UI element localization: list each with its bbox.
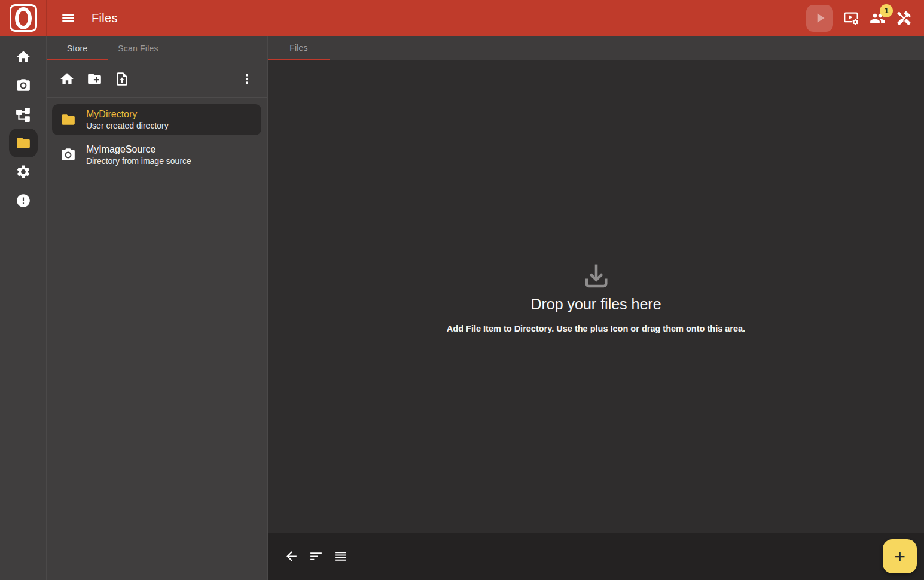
new-folder-button[interactable]	[87, 71, 102, 87]
plus-icon: +	[894, 547, 905, 566]
play-button[interactable]	[806, 5, 833, 32]
users-button[interactable]: 1	[870, 10, 886, 26]
list-item-title: MyImageSource	[86, 144, 191, 156]
home-directory-button[interactable]	[59, 71, 75, 87]
sidebar-item-home[interactable]	[9, 42, 38, 71]
list-divider	[53, 180, 261, 180]
page-title: Files	[92, 11, 118, 25]
tab-files[interactable]: Files	[268, 36, 330, 60]
tree-icon	[16, 107, 31, 122]
camera-icon	[60, 147, 76, 163]
header-actions: 1	[806, 5, 912, 32]
tab-store[interactable]: Store	[47, 36, 108, 60]
sort-icon	[309, 549, 324, 564]
arrow-back-icon	[284, 549, 299, 564]
reorder-icon	[333, 549, 348, 564]
gear-icon	[16, 164, 31, 180]
sort-button[interactable]	[309, 549, 324, 564]
sidebar-item-files[interactable]	[9, 129, 38, 157]
folder-icon	[16, 135, 31, 151]
tools-icon[interactable]	[896, 10, 912, 26]
list-item-subtitle: User created directory	[86, 120, 169, 132]
main-tabs: Files	[268, 36, 924, 60]
list-view-button[interactable]	[333, 549, 348, 564]
error-icon	[16, 193, 31, 208]
video-settings-icon[interactable]	[843, 10, 859, 26]
more-options-button[interactable]	[239, 71, 255, 87]
camera-icon	[16, 78, 31, 93]
notification-badge: 1	[880, 4, 893, 17]
store-panel: Store Scan Files	[47, 36, 268, 580]
folder-icon	[60, 112, 76, 127]
list-item-my-directory[interactable]: MyDirectory User created directory	[52, 104, 261, 135]
directory-list: MyDirectory User created directory MyIma…	[47, 98, 267, 175]
home-icon	[59, 71, 75, 87]
more-vert-icon	[240, 72, 254, 86]
app-window: Files 1	[0, 0, 924, 580]
logo-o-icon	[10, 4, 37, 32]
home-icon	[16, 49, 31, 65]
files-main-area: Files Drop your files here Add File Item…	[268, 36, 924, 580]
list-item-subtitle: Directory from image source	[86, 156, 191, 167]
store-toolbar	[47, 60, 267, 98]
tab-scan-files[interactable]: Scan Files	[108, 36, 169, 60]
dropzone-subtitle: Add File Item to Directory. Use the plus…	[447, 324, 745, 333]
sidebar-item-camera[interactable]	[9, 71, 38, 100]
list-item-title: MyDirectory	[86, 108, 169, 120]
add-file-button[interactable]: +	[883, 539, 917, 573]
dropzone-title: Drop your files here	[530, 296, 661, 313]
file-dropzone[interactable]: Drop your files here Add File Item to Di…	[268, 60, 924, 533]
back-button[interactable]	[284, 549, 299, 564]
upload-file-button[interactable]	[114, 71, 130, 87]
create-folder-icon	[87, 71, 102, 87]
menu-icon[interactable]	[60, 10, 76, 26]
sidebar-item-tree[interactable]	[9, 100, 38, 129]
nav-rail	[0, 36, 47, 580]
download-icon	[581, 260, 612, 291]
upload-file-icon	[114, 71, 130, 87]
store-panel-tabs: Store Scan Files	[47, 36, 267, 60]
app-header: Files 1	[0, 0, 924, 36]
list-item-my-image-source[interactable]: MyImageSource Directory from image sourc…	[52, 139, 261, 171]
app-logo[interactable]	[0, 0, 47, 36]
sidebar-item-errors[interactable]	[9, 186, 38, 215]
sidebar-item-settings[interactable]	[9, 157, 38, 186]
files-footer-bar: +	[268, 533, 924, 580]
